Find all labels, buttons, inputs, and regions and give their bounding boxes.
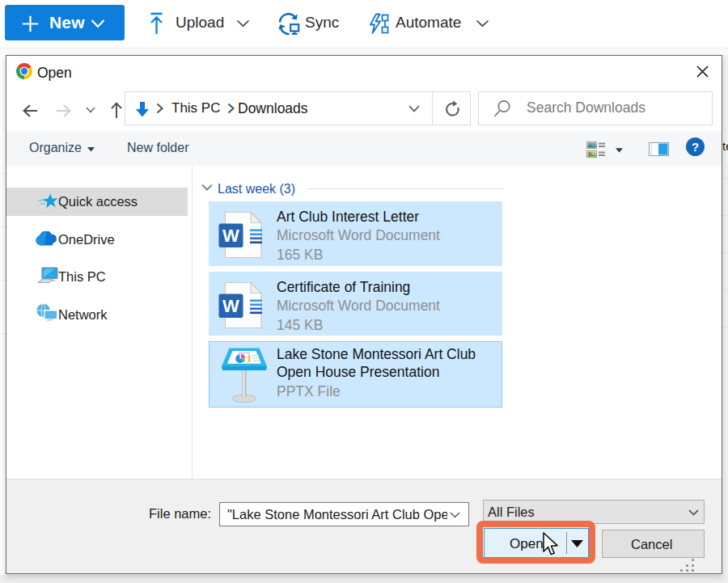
svg-text:W: W bbox=[222, 226, 239, 246]
svg-text:?: ? bbox=[692, 140, 699, 154]
svg-text:W: W bbox=[222, 296, 239, 316]
